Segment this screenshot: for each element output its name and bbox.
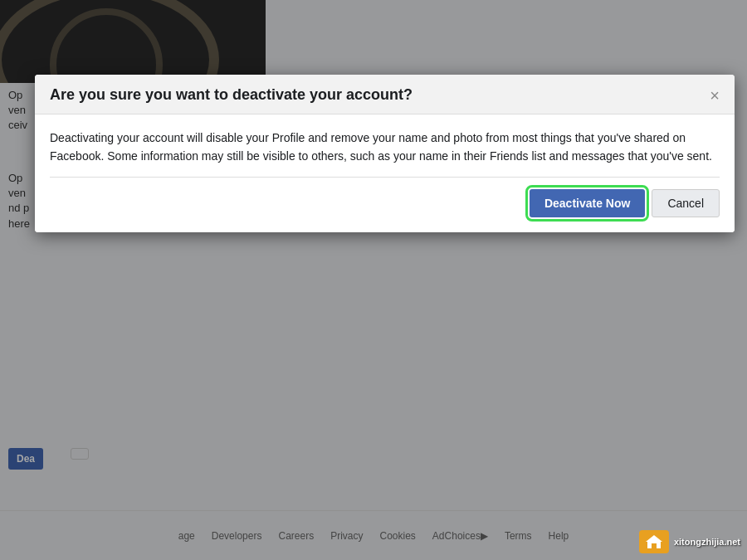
deactivate-modal: Are you sure you want to deactivate your… — [35, 75, 735, 232]
modal-close-button[interactable]: × — [710, 87, 720, 104]
house-icon — [644, 533, 664, 550]
modal-divider — [50, 177, 720, 178]
modal-header: Are you sure you want to deactivate your… — [35, 75, 735, 114]
cancel-button[interactable]: Cancel — [652, 189, 720, 217]
modal-actions: Deactivate Now Cancel — [50, 189, 720, 221]
watermark-text: xitongzhijia.net — [674, 537, 740, 547]
deactivate-now-button[interactable]: Deactivate Now — [530, 189, 645, 217]
modal-description: Deactivating your account will disable y… — [50, 129, 720, 165]
watermark: xitongzhijia.net — [639, 530, 740, 553]
svg-rect-1 — [652, 543, 657, 548]
watermark-icon — [639, 530, 669, 553]
modal-body: Deactivating your account will disable y… — [35, 114, 735, 232]
modal-title: Are you sure you want to deactivate your… — [50, 86, 413, 104]
